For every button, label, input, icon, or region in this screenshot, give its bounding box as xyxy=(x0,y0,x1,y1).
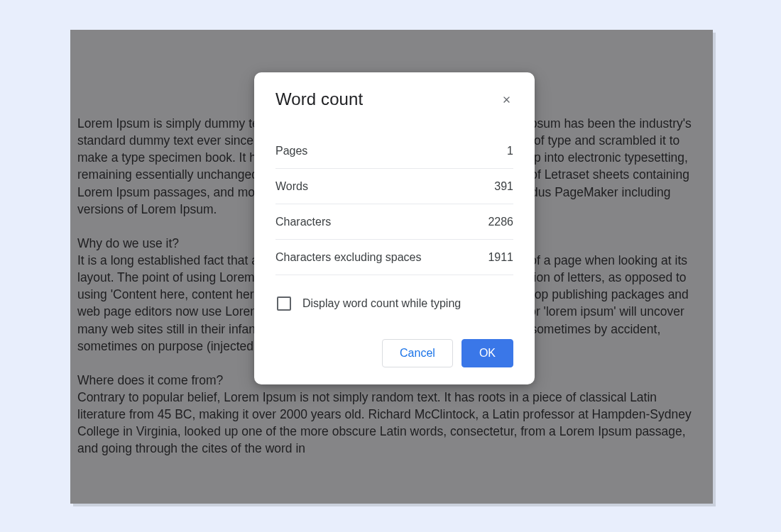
stat-value: 1911 xyxy=(488,251,513,264)
stat-label: Characters excluding spaces xyxy=(275,251,421,264)
word-count-dialog: Word count Pages 1 Words 391 Characters … xyxy=(254,72,535,384)
dialog-title: Word count xyxy=(275,89,363,109)
checkbox-label: Display word count while typing xyxy=(302,297,461,310)
stat-label: Words xyxy=(275,180,308,193)
stat-row-pages: Pages 1 xyxy=(275,133,513,169)
stat-value: 1 xyxy=(507,145,513,157)
stat-row-words: Words 391 xyxy=(275,169,513,204)
stat-value: 2286 xyxy=(488,216,513,228)
stat-row-characters: Characters 2286 xyxy=(275,204,513,240)
stat-row-characters-no-spaces: Characters excluding spaces 1911 xyxy=(275,240,513,275)
close-button[interactable] xyxy=(499,92,513,106)
ok-button[interactable]: OK xyxy=(462,339,513,367)
close-icon xyxy=(501,94,512,105)
cancel-button[interactable]: Cancel xyxy=(382,339,453,367)
display-while-typing-checkbox[interactable] xyxy=(277,297,291,311)
stat-label: Characters xyxy=(275,216,331,228)
stat-label: Pages xyxy=(275,145,307,157)
stat-value: 391 xyxy=(494,180,513,193)
